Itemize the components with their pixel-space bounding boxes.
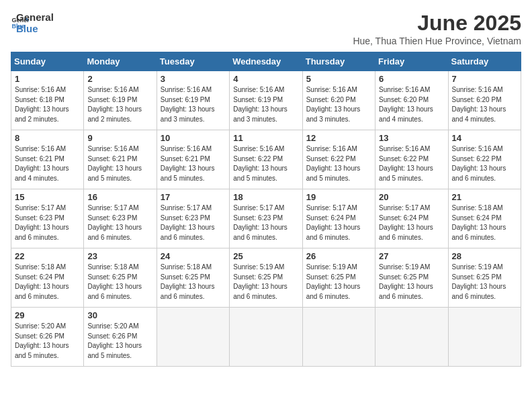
title-block: June 2025 Hue, Thua Thien Hue Province, … (353, 11, 521, 46)
calendar-cell: 4Sunrise: 5:16 AMSunset: 6:19 PMDaylight… (230, 71, 302, 130)
calendar-cell: 29Sunrise: 5:20 AMSunset: 6:26 PMDayligh… (11, 308, 84, 367)
calendar-cell: 21Sunrise: 5:18 AMSunset: 6:24 PMDayligh… (448, 189, 521, 248)
logo-blue: Blue (16, 24, 54, 35)
day-number: 16 (87, 192, 152, 202)
weekday-header: Saturday (448, 52, 521, 71)
day-info: Sunrise: 5:19 AMSunset: 6:25 PMDaylight:… (233, 263, 298, 302)
day-number: 25 (233, 251, 298, 261)
weekday-header: Sunday (11, 52, 84, 71)
weekday-header: Thursday (302, 52, 375, 71)
day-info: Sunrise: 5:18 AMSunset: 6:25 PMDaylight:… (87, 263, 152, 302)
calendar-cell: 23Sunrise: 5:18 AMSunset: 6:25 PMDayligh… (84, 248, 157, 308)
calendar-cell: 7Sunrise: 5:16 AMSunset: 6:20 PMDaylight… (448, 71, 521, 130)
day-info: Sunrise: 5:17 AMSunset: 6:23 PMDaylight:… (161, 203, 226, 242)
day-info: Sunrise: 5:19 AMSunset: 6:25 PMDaylight:… (306, 263, 371, 302)
weekday-header: Friday (375, 52, 448, 71)
day-info: Sunrise: 5:20 AMSunset: 6:26 PMDaylight:… (87, 322, 152, 361)
day-info: Sunrise: 5:18 AMSunset: 6:24 PMDaylight:… (452, 203, 517, 242)
day-info: Sunrise: 5:18 AMSunset: 6:25 PMDaylight:… (161, 263, 226, 302)
calendar-cell: 19Sunrise: 5:17 AMSunset: 6:24 PMDayligh… (302, 189, 375, 248)
day-number: 11 (233, 133, 298, 143)
day-info: Sunrise: 5:20 AMSunset: 6:26 PMDaylight:… (15, 322, 80, 361)
calendar-week-row: 1Sunrise: 5:16 AMSunset: 6:18 PMDaylight… (11, 71, 521, 130)
logo: General Blue General Blue (11, 11, 54, 34)
day-info: Sunrise: 5:17 AMSunset: 6:23 PMDaylight:… (87, 203, 152, 242)
day-info: Sunrise: 5:18 AMSunset: 6:24 PMDaylight:… (15, 263, 80, 302)
calendar-cell: 16Sunrise: 5:17 AMSunset: 6:23 PMDayligh… (84, 189, 157, 248)
calendar-cell: 6Sunrise: 5:16 AMSunset: 6:20 PMDaylight… (375, 71, 448, 130)
day-number: 6 (379, 74, 444, 84)
day-number: 14 (452, 133, 517, 143)
calendar-cell: 10Sunrise: 5:16 AMSunset: 6:21 PMDayligh… (157, 130, 229, 189)
day-number: 18 (233, 192, 298, 202)
calendar-cell (157, 308, 229, 367)
day-info: Sunrise: 5:16 AMSunset: 6:18 PMDaylight:… (15, 85, 80, 124)
day-number: 28 (452, 251, 517, 261)
day-number: 29 (15, 310, 80, 320)
weekday-header: Wednesday (230, 52, 302, 71)
day-number: 7 (452, 74, 517, 84)
day-info: Sunrise: 5:16 AMSunset: 6:22 PMDaylight:… (452, 144, 517, 183)
calendar-cell (230, 308, 302, 367)
calendar-cell: 26Sunrise: 5:19 AMSunset: 6:25 PMDayligh… (302, 248, 375, 308)
day-number: 26 (306, 251, 371, 261)
calendar-cell (375, 308, 448, 367)
day-number: 12 (306, 133, 371, 143)
day-number: 5 (306, 74, 371, 84)
logo-general: General (16, 12, 54, 24)
calendar-cell: 13Sunrise: 5:16 AMSunset: 6:22 PMDayligh… (375, 130, 448, 189)
day-number: 10 (161, 133, 226, 143)
day-info: Sunrise: 5:16 AMSunset: 6:19 PMDaylight:… (233, 85, 298, 124)
calendar-cell: 20Sunrise: 5:17 AMSunset: 6:24 PMDayligh… (375, 189, 448, 248)
calendar-cell: 22Sunrise: 5:18 AMSunset: 6:24 PMDayligh… (11, 248, 84, 308)
day-number: 2 (87, 74, 152, 84)
day-info: Sunrise: 5:17 AMSunset: 6:24 PMDaylight:… (379, 203, 444, 242)
day-info: Sunrise: 5:16 AMSunset: 6:22 PMDaylight:… (379, 144, 444, 183)
day-info: Sunrise: 5:16 AMSunset: 6:19 PMDaylight:… (161, 85, 226, 124)
calendar-table: SundayMondayTuesdayWednesdayThursdayFrid… (11, 52, 521, 367)
day-info: Sunrise: 5:16 AMSunset: 6:20 PMDaylight:… (306, 85, 371, 124)
month-title: June 2025 (353, 11, 521, 36)
day-number: 19 (306, 192, 371, 202)
day-info: Sunrise: 5:17 AMSunset: 6:23 PMDaylight:… (233, 203, 298, 242)
day-number: 15 (15, 192, 80, 202)
page-header: General Blue General Blue June 2025 Hue,… (11, 11, 521, 46)
day-number: 20 (379, 192, 444, 202)
day-number: 30 (87, 310, 152, 320)
day-info: Sunrise: 5:17 AMSunset: 6:24 PMDaylight:… (306, 203, 371, 242)
calendar-week-row: 8Sunrise: 5:16 AMSunset: 6:21 PMDaylight… (11, 130, 521, 189)
calendar-cell: 1Sunrise: 5:16 AMSunset: 6:18 PMDaylight… (11, 71, 84, 130)
calendar-cell: 11Sunrise: 5:16 AMSunset: 6:22 PMDayligh… (230, 130, 302, 189)
location: Hue, Thua Thien Hue Province, Vietnam (353, 36, 521, 46)
day-number: 23 (87, 251, 152, 261)
day-number: 8 (15, 133, 80, 143)
calendar-cell: 18Sunrise: 5:17 AMSunset: 6:23 PMDayligh… (230, 189, 302, 248)
calendar-cell: 24Sunrise: 5:18 AMSunset: 6:25 PMDayligh… (157, 248, 229, 308)
day-number: 22 (15, 251, 80, 261)
day-info: Sunrise: 5:16 AMSunset: 6:20 PMDaylight:… (379, 85, 444, 124)
day-number: 3 (161, 74, 226, 84)
day-number: 17 (161, 192, 226, 202)
header-row: SundayMondayTuesdayWednesdayThursdayFrid… (11, 52, 521, 71)
calendar-week-row: 22Sunrise: 5:18 AMSunset: 6:24 PMDayligh… (11, 248, 521, 308)
day-number: 4 (233, 74, 298, 84)
calendar-week-row: 15Sunrise: 5:17 AMSunset: 6:23 PMDayligh… (11, 189, 521, 248)
calendar-cell: 15Sunrise: 5:17 AMSunset: 6:23 PMDayligh… (11, 189, 84, 248)
calendar-cell (448, 308, 521, 367)
calendar-cell: 9Sunrise: 5:16 AMSunset: 6:21 PMDaylight… (84, 130, 157, 189)
calendar-week-row: 29Sunrise: 5:20 AMSunset: 6:26 PMDayligh… (11, 308, 521, 367)
calendar-cell: 2Sunrise: 5:16 AMSunset: 6:19 PMDaylight… (84, 71, 157, 130)
day-number: 13 (379, 133, 444, 143)
calendar-cell (302, 308, 375, 367)
day-info: Sunrise: 5:17 AMSunset: 6:23 PMDaylight:… (15, 203, 80, 242)
day-number: 21 (452, 192, 517, 202)
calendar-cell: 8Sunrise: 5:16 AMSunset: 6:21 PMDaylight… (11, 130, 84, 189)
day-number: 1 (15, 74, 80, 84)
day-number: 9 (87, 133, 152, 143)
day-number: 27 (379, 251, 444, 261)
day-info: Sunrise: 5:19 AMSunset: 6:25 PMDaylight:… (452, 263, 517, 302)
calendar-cell: 25Sunrise: 5:19 AMSunset: 6:25 PMDayligh… (230, 248, 302, 308)
day-info: Sunrise: 5:16 AMSunset: 6:22 PMDaylight:… (233, 144, 298, 183)
calendar-cell: 3Sunrise: 5:16 AMSunset: 6:19 PMDaylight… (157, 71, 229, 130)
day-number: 24 (161, 251, 226, 261)
